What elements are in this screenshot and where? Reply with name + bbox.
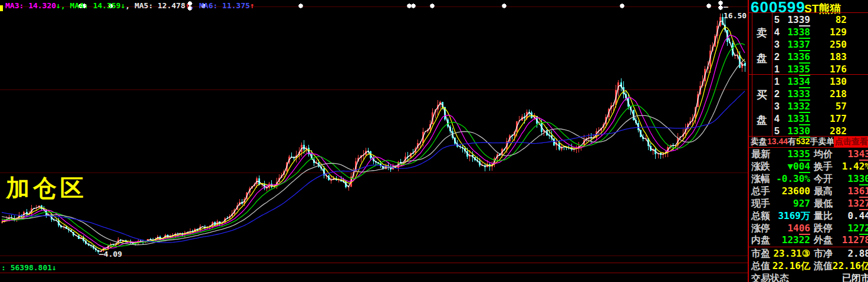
buy-level-row[interactable]: 51330282 xyxy=(749,125,868,137)
buy-level-row[interactable]: 3133257 xyxy=(749,100,868,112)
alert-text: 有 xyxy=(788,137,796,146)
sell-level-row[interactable]: 5133982 xyxy=(749,14,868,26)
star-marker xyxy=(620,4,624,8)
stat-label: 总手 xyxy=(751,185,770,198)
ma-readout: MA3: 14.320↓, MA4: 14.359↓, MA5: 12.478↑… xyxy=(5,1,255,10)
stat-label: 市盈 xyxy=(751,248,770,260)
indicator-value: : 56398.801↓ xyxy=(1,263,57,272)
star-marker xyxy=(502,4,507,8)
star-marker xyxy=(298,4,303,8)
star-marker xyxy=(411,4,416,8)
stat-value: 22.16亿 xyxy=(771,260,810,273)
high-price-annotation: —16.50 xyxy=(724,2,748,20)
stat-value: -0.30% xyxy=(771,173,810,184)
ma-value: MA3: 14.320 xyxy=(5,1,56,10)
stat-value: 22.16亿 xyxy=(827,260,868,273)
stat-label: 涨停 xyxy=(751,223,770,235)
alert-count: 532 xyxy=(796,137,810,146)
sell-level-row[interactable]: 11335176 xyxy=(749,63,868,75)
stat-value: 23600 xyxy=(771,185,810,197)
up-arrow-icon: ↑ xyxy=(250,1,255,10)
stat-value: 1272 xyxy=(827,223,868,234)
chart-canvas[interactable] xyxy=(0,0,748,282)
buy-level-row[interactable]: 41331177 xyxy=(749,112,868,125)
stat-label: 涨幅 xyxy=(751,173,770,185)
star-marker xyxy=(706,4,711,8)
level-volume: 282 xyxy=(749,125,847,137)
stat-value: 1343 xyxy=(827,148,868,160)
level-volume: 82 xyxy=(749,14,847,26)
stat-value: 1330 xyxy=(827,173,868,184)
ma-line xyxy=(2,59,745,244)
down-arrow-icon: ↓ xyxy=(52,263,57,272)
stat-value: 1327 xyxy=(827,198,868,209)
level-volume: 57 xyxy=(749,100,847,112)
ma-line xyxy=(2,44,745,246)
stat-value: 2.88 xyxy=(827,248,868,259)
level-volume: 130 xyxy=(749,75,847,88)
ma-line xyxy=(2,35,745,248)
down-arrow-icon: ↓ xyxy=(121,1,126,10)
alert-price: 13.44 xyxy=(767,137,788,146)
stat-value: 1406 xyxy=(771,223,810,234)
stat-label: 涨跌 xyxy=(751,161,770,173)
stat-value: 3169万 xyxy=(771,210,810,223)
up-arrow-icon: ↑ xyxy=(185,1,190,10)
stat-value: 11278 xyxy=(827,234,868,245)
stat-value: 0.44 xyxy=(827,210,868,221)
alert-text: 卖盘 xyxy=(751,137,767,146)
stat-value: 23.31③ xyxy=(771,248,810,259)
stat-value: ▼004 xyxy=(771,161,810,172)
star-marker xyxy=(407,4,412,8)
ma-line xyxy=(2,27,745,250)
view-order-button[interactable]: 点击查看 xyxy=(834,137,868,147)
stat-value: 12322 xyxy=(771,234,810,245)
level-volume: 218 xyxy=(749,88,847,100)
buy-level-row[interactable]: 21333218 xyxy=(749,88,868,100)
sell-level-row[interactable]: 31337250 xyxy=(749,38,868,51)
stat-label: 内盘 xyxy=(751,234,770,247)
stat-label: 总值 xyxy=(751,260,770,273)
star-marker xyxy=(718,5,723,10)
ma-value: , MA6: 11.375 xyxy=(190,1,250,10)
stat-label: 最新 xyxy=(751,148,770,161)
star-marker xyxy=(430,4,435,8)
candlestick-chart[interactable]: MA3: 14.320↓, MA4: 14.359↓, MA5: 12.478↑… xyxy=(0,0,748,282)
stat-value: 1.42% xyxy=(827,161,868,172)
down-arrow-icon: ↓ xyxy=(56,1,61,10)
ma-value: , MA5: 12.478 xyxy=(126,1,186,10)
sell-order-alert: 卖盘13.44有532手卖单! 点击查看 xyxy=(751,137,868,147)
ma-line xyxy=(2,21,745,251)
clipped-glyph xyxy=(0,5,3,11)
indicator-number: : 56398.801 xyxy=(1,263,52,272)
star-marker xyxy=(718,1,723,5)
stat-value: 1361 xyxy=(827,185,868,197)
stat-value: 1335 xyxy=(771,148,810,160)
trading-status-label: 交易状态 xyxy=(751,273,789,282)
stat-value: 927 xyxy=(771,198,810,209)
trading-status-value: 已闭市 xyxy=(827,273,868,282)
sell-level-row[interactable]: 41338129 xyxy=(749,26,868,38)
level-volume: 176 xyxy=(749,63,847,75)
level-volume: 183 xyxy=(749,51,847,63)
stat-label: 现手 xyxy=(751,198,770,210)
low-price-annotation: —4.09 xyxy=(99,250,122,258)
level-volume: 177 xyxy=(749,112,847,125)
quote-panel: 600599 ST熊猫 卖 盘 买 盘 51339824133812931337… xyxy=(748,0,868,282)
level-volume: 250 xyxy=(749,38,847,51)
sell-level-row[interactable]: 21336183 xyxy=(749,51,868,63)
ma-value: , MA4: 14.359 xyxy=(61,1,121,10)
level-volume: 129 xyxy=(749,26,847,38)
stat-label: 总额 xyxy=(751,210,770,223)
zone-annotation: 加仓区 xyxy=(6,176,87,200)
buy-level-row[interactable]: 11334130 xyxy=(749,75,868,88)
